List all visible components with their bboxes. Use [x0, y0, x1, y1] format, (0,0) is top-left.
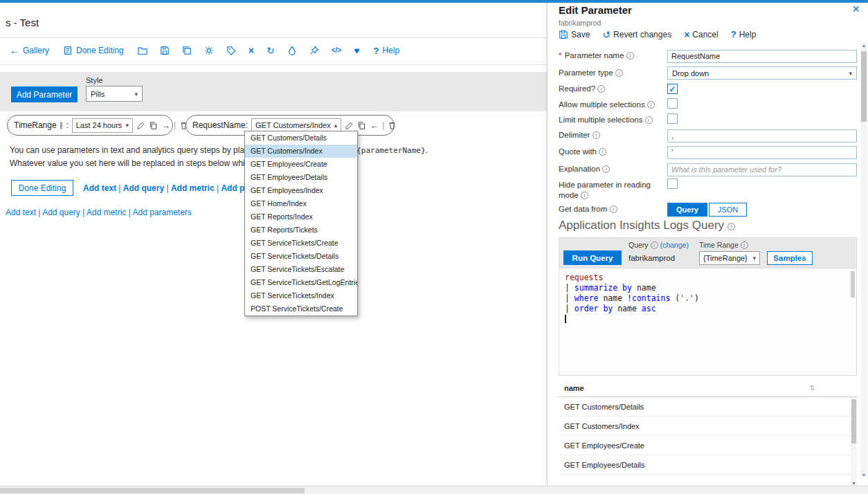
info-icon[interactable]: [651, 241, 658, 249]
dropdown-option[interactable]: GET Reports/Tickets: [245, 223, 357, 237]
save-button[interactable]: Save: [559, 30, 590, 39]
info-icon[interactable]: [599, 148, 606, 156]
kql-code-editor[interactable]: requests| summarize by name| where name …: [559, 268, 856, 376]
results-scrollbar-thumb[interactable]: [851, 399, 856, 443]
code-view-icon[interactable]: </>: [332, 46, 341, 55]
info-icon[interactable]: [727, 223, 735, 230]
settings-gear-icon[interactable]: [204, 46, 214, 55]
delimiter-input[interactable]: [667, 129, 857, 143]
dropdown-option[interactable]: POST ServiceTickets/Create: [245, 302, 357, 315]
editor-scrollbar-thumb[interactable]: [851, 271, 855, 298]
time-range-select[interactable]: {TimeRange}▾: [699, 251, 760, 265]
refresh-icon[interactable]: ↻: [266, 46, 275, 55]
info-icon[interactable]: [593, 131, 600, 139]
move-right-icon[interactable]: →: [161, 120, 170, 131]
add-step-link[interactable]: Add text: [83, 183, 116, 193]
save-all-icon[interactable]: [182, 46, 192, 55]
add-step-link[interactable]: Add query: [36, 208, 80, 217]
done-editing-button[interactable]: Done Editing: [11, 180, 73, 196]
info-icon[interactable]: [597, 85, 605, 93]
required-checkbox[interactable]: ✓: [667, 84, 678, 94]
scroll-down-arrow-icon[interactable]: ▼: [860, 473, 867, 477]
dropdown-option[interactable]: GET Customers/Index: [245, 145, 357, 158]
favorite-heart-icon[interactable]: ♥: [354, 46, 359, 55]
info-icon[interactable]: [626, 52, 634, 60]
parameter-type-select[interactable]: Drop down▾: [667, 66, 857, 80]
style-select[interactable]: Pills ▾: [86, 86, 143, 102]
dropdown-option[interactable]: GET Reports/Index: [245, 210, 357, 223]
revert-changes-button[interactable]: ↺ Revert changes: [602, 30, 671, 39]
copy-icon[interactable]: [149, 121, 158, 130]
quote-with-input[interactable]: [667, 146, 857, 159]
dropdown-option[interactable]: GET ServiceTickets/GetLogEntries: [245, 276, 357, 289]
add-step-link[interactable]: Add query: [116, 183, 164, 193]
timerange-select[interactable]: Last 24 hours ▾: [72, 118, 133, 133]
info-icon[interactable]: [647, 101, 655, 109]
dropdown-option[interactable]: GET Customers/Details: [245, 131, 357, 145]
save-icon[interactable]: [160, 46, 170, 55]
close-step-icon[interactable]: ×: [248, 46, 254, 55]
cancel-button[interactable]: × Cancel: [684, 30, 718, 39]
samples-button[interactable]: Samples: [767, 251, 813, 265]
result-row[interactable]: GET Employees/Create: [559, 436, 857, 455]
done-editing-toolbar-button[interactable]: Done Editing: [63, 46, 124, 55]
allow-multiple-checkbox[interactable]: ✓: [667, 98, 678, 109]
move-left-icon[interactable]: ←: [370, 120, 379, 131]
info-icon[interactable]: [645, 116, 653, 124]
parameter-name-input[interactable]: [667, 50, 857, 63]
help-button[interactable]: ? Help: [373, 46, 399, 56]
get-data-query-button[interactable]: Query: [667, 203, 707, 217]
pin-icon[interactable]: [309, 46, 319, 55]
edit-pencil-icon[interactable]: [345, 121, 354, 130]
close-panel-icon[interactable]: ×: [852, 1, 860, 17]
info-icon[interactable]: [610, 205, 617, 213]
results-scrollbar[interactable]: ▼: [851, 398, 857, 486]
query-results-grid: name ⇅ GET Customers/DetailsGET Customer…: [559, 379, 857, 486]
add-step-link[interactable]: Add text: [6, 208, 36, 217]
panel-scrollbar-thumb[interactable]: [861, 51, 867, 122]
add-parameter-button[interactable]: Add Parameter: [11, 86, 78, 102]
dropdown-option[interactable]: GET ServiceTickets/Create: [245, 237, 357, 250]
scroll-down-arrow-icon[interactable]: ▼: [851, 481, 857, 486]
result-row[interactable]: GET Customers/Details: [559, 397, 857, 417]
info-icon[interactable]: [741, 241, 748, 249]
folder-icon[interactable]: [138, 46, 147, 55]
hide-reading-checkbox[interactable]: ✓: [667, 179, 678, 189]
dropdown-option[interactable]: GET ServiceTickets/Escalate: [245, 263, 357, 276]
result-row[interactable]: GET Customers/Index: [559, 417, 857, 436]
horizontal-scrollbar[interactable]: [0, 486, 868, 494]
info-icon[interactable]: [581, 192, 588, 199]
dropdown-option[interactable]: GET Employees/Details: [245, 171, 357, 184]
add-step-link[interactable]: Add metric: [164, 183, 214, 193]
dropdown-option[interactable]: GET Employees/Create: [245, 158, 357, 171]
gallery-button[interactable]: ← Gallery: [10, 46, 49, 55]
panel-help-button[interactable]: ? Help: [731, 29, 757, 39]
dropdown-option[interactable]: GET ServiceTickets/Details: [245, 250, 357, 263]
info-icon[interactable]: [615, 69, 623, 77]
delete-trash-icon[interactable]: [388, 121, 397, 130]
dropdown-option[interactable]: GET Employees/Index: [245, 184, 357, 197]
info-icon[interactable]: [602, 165, 610, 173]
limit-multiple-checkbox[interactable]: ✓: [667, 113, 678, 124]
add-step-link[interactable]: Add parameters: [126, 208, 192, 217]
scroll-up-arrow-icon[interactable]: ▲: [860, 43, 867, 48]
dropdown-option[interactable]: GET ServiceTickets/Index: [245, 289, 357, 302]
horizontal-scrollbar-thumb[interactable]: [0, 488, 305, 493]
explanation-input[interactable]: [667, 163, 857, 176]
sort-icon[interactable]: ⇅: [810, 384, 815, 392]
get-data-json-button[interactable]: JSON: [709, 203, 747, 217]
toolbar-icon-group: × ↻ </> ♥: [138, 46, 360, 55]
add-step-link[interactable]: Add metric: [80, 208, 126, 217]
result-row[interactable]: GET Employees/Details: [559, 455, 857, 475]
droplet-icon[interactable]: [287, 46, 297, 55]
copy-icon[interactable]: [357, 121, 366, 130]
panel-scrollbar[interactable]: ▲ ▼: [860, 43, 867, 477]
name-column-header[interactable]: name: [564, 384, 584, 392]
info-icon[interactable]: [60, 122, 63, 129]
dropdown-option[interactable]: GET Home/Index: [245, 197, 357, 210]
run-query-button[interactable]: Run Query: [563, 250, 622, 265]
change-datasource-link[interactable]: (change): [660, 241, 688, 249]
timerange-value: Last 24 hours: [76, 121, 123, 129]
edit-pencil-icon[interactable]: [136, 121, 145, 130]
tag-icon[interactable]: [226, 46, 236, 55]
